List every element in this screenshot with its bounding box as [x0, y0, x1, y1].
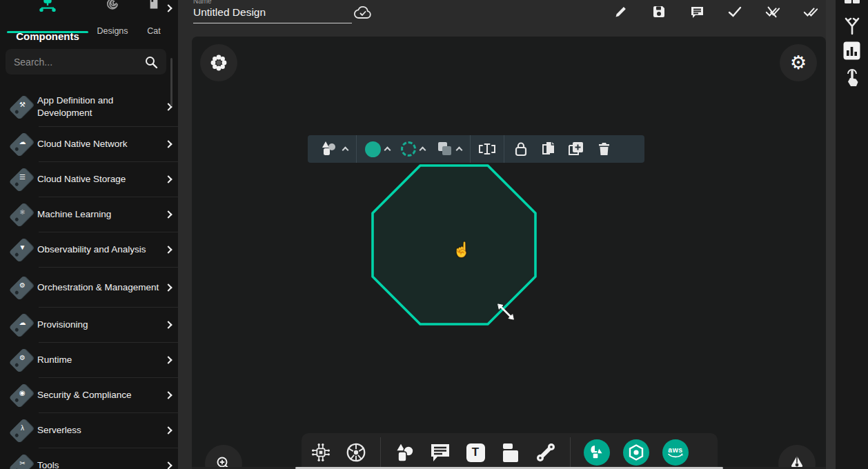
- note-icon: [500, 442, 521, 463]
- flask-icon: [842, 17, 862, 36]
- sidebar-scrollbar[interactable]: [170, 58, 172, 106]
- category-tag-icon: ▼: [6, 234, 37, 265]
- copy-node-button[interactable]: [535, 135, 562, 163]
- sidebar-item-tools[interactable]: ✂ Tools: [0, 448, 178, 469]
- category-tag-icon: ☁: [6, 129, 37, 159]
- sidebar-item-security-compliance[interactable]: ◉ Security & Compliance: [0, 378, 178, 412]
- tab-designs[interactable]: Designs: [91, 0, 134, 36]
- shapes-library-button[interactable]: [584, 439, 610, 466]
- aws-library-button[interactable]: aws: [662, 439, 689, 466]
- category-tag-icon: ⚙: [6, 345, 37, 375]
- kubernetes-wheel-icon: [345, 441, 367, 464]
- designer-app: Components Designs Cat ⚒: [0, 0, 868, 469]
- touch-icon: [843, 66, 861, 87]
- chip-icon: [310, 441, 332, 464]
- comment-icon: [429, 442, 451, 463]
- category-tag-icon: ✂: [6, 450, 37, 469]
- table-icon: [844, 0, 860, 4]
- canvas-tools-toolbar: T aws: [302, 433, 718, 469]
- sidebar-item-app-definition[interactable]: ⚒ App Definition and Development: [0, 87, 178, 126]
- dashboard-button[interactable]: [836, 41, 868, 60]
- vertical-scrollbar[interactable]: [826, 0, 836, 469]
- pencil-icon: [614, 5, 628, 19]
- rename-node-button[interactable]: [473, 135, 501, 163]
- link-nodes-icon: [535, 441, 557, 463]
- shapes-icon: [320, 140, 339, 158]
- save-icon: [652, 5, 666, 19]
- sidebar-item-provisioning[interactable]: ☁ Provisioning: [0, 308, 178, 342]
- crossed-double-check-icon: [765, 5, 780, 19]
- add-copy-icon: [568, 141, 584, 157]
- shapes-tool-button[interactable]: [394, 439, 416, 466]
- selected-octagon-node[interactable]: [370, 163, 539, 328]
- comment-button[interactable]: [689, 4, 704, 19]
- catalog-icon: [139, 0, 168, 12]
- category-tag-icon: ☰: [6, 164, 37, 194]
- component-search[interactable]: [6, 49, 166, 74]
- designs-icon: [91, 0, 134, 12]
- component-tool-button[interactable]: [310, 439, 332, 466]
- kubernetes-tool-button[interactable]: [345, 439, 367, 466]
- chevron-right-icon: [164, 461, 172, 469]
- text-tool-button[interactable]: T: [464, 439, 486, 466]
- category-tag-icon: ⚒: [6, 92, 37, 122]
- duplicate-node-button[interactable]: [562, 135, 590, 163]
- interaction-mode-button[interactable]: [836, 66, 868, 87]
- sidebar-item-runtime[interactable]: ⚙ Runtime: [0, 343, 178, 377]
- layers-icon: [436, 141, 453, 157]
- chevron-right-icon: [164, 356, 172, 363]
- freehand-draw-button[interactable]: [778, 445, 816, 469]
- active-tab-underline: [7, 31, 88, 33]
- gear-icon: ⚙: [790, 52, 807, 74]
- deploy-button[interactable]: [803, 4, 818, 19]
- sidebar-item-observability[interactable]: ▼ Observability and Analysis: [0, 232, 178, 267]
- search-input[interactable]: [14, 57, 144, 68]
- main-area: Name: [178, 0, 836, 469]
- tab-catalog[interactable]: Cat: [139, 0, 168, 36]
- sidebar-item-serverless[interactable]: λ Serverless: [0, 413, 178, 448]
- sidebar-item-cloud-native-storage[interactable]: ☰ Cloud Native Storage: [0, 162, 178, 197]
- check-icon: [727, 5, 742, 19]
- shape-picker-button[interactable]: [315, 140, 353, 158]
- design-name-input[interactable]: [193, 5, 352, 23]
- dashed-stroke-swatch: [401, 141, 416, 157]
- validate-dock-button[interactable]: [836, 17, 868, 36]
- text-icon: T: [466, 443, 485, 462]
- save-button[interactable]: [651, 4, 667, 19]
- canvas-settings-button[interactable]: ⚙: [780, 44, 817, 81]
- design-name-field: Name: [193, 0, 352, 23]
- double-check-icon: [803, 5, 818, 19]
- sidebar-item-machine-learning[interactable]: ⚛ Machine Learning: [0, 197, 178, 232]
- fill-color-swatch: [365, 141, 381, 157]
- edge-tool-button[interactable]: [535, 439, 557, 466]
- trash-icon: [598, 141, 611, 157]
- comment-tool-button[interactable]: [429, 439, 451, 466]
- chevron-up-icon: [342, 147, 349, 154]
- tab-catalog-label: Cat: [139, 26, 168, 36]
- edit-button[interactable]: [613, 4, 629, 19]
- stroke-style-button[interactable]: [395, 141, 431, 157]
- meshery-operator-button[interactable]: [200, 44, 237, 81]
- tab-components[interactable]: Components: [6, 0, 90, 42]
- right-dock: [836, 0, 868, 469]
- delete-node-button[interactable]: [590, 135, 618, 163]
- zoom-in-button[interactable]: [205, 445, 242, 469]
- category-tag-icon: ⚙: [6, 272, 37, 303]
- layer-order-button[interactable]: [431, 141, 467, 157]
- chevron-right-icon: [164, 140, 172, 148]
- lock-node-button[interactable]: [507, 135, 535, 163]
- undeploy-button[interactable]: [765, 4, 780, 19]
- sidebar-item-cloud-native-network[interactable]: ☁ Cloud Native Network: [0, 127, 178, 161]
- kubernetes-library-button[interactable]: [623, 439, 649, 466]
- validate-button[interactable]: [727, 4, 742, 19]
- bar-chart-icon: [843, 41, 860, 60]
- sidebar-item-orchestration[interactable]: ⚙ Orchestration & Management: [0, 268, 178, 307]
- sidebar-tabs: Components Designs Cat: [0, 0, 178, 41]
- fill-color-button[interactable]: [359, 141, 395, 157]
- components-icon: [6, 0, 90, 12]
- table-view-button[interactable]: [836, 0, 868, 4]
- node-context-toolbar: [308, 135, 644, 163]
- note-tool-button[interactable]: [500, 439, 522, 466]
- design-canvas[interactable]: ⚙: [192, 37, 826, 469]
- lock-icon: [514, 141, 528, 157]
